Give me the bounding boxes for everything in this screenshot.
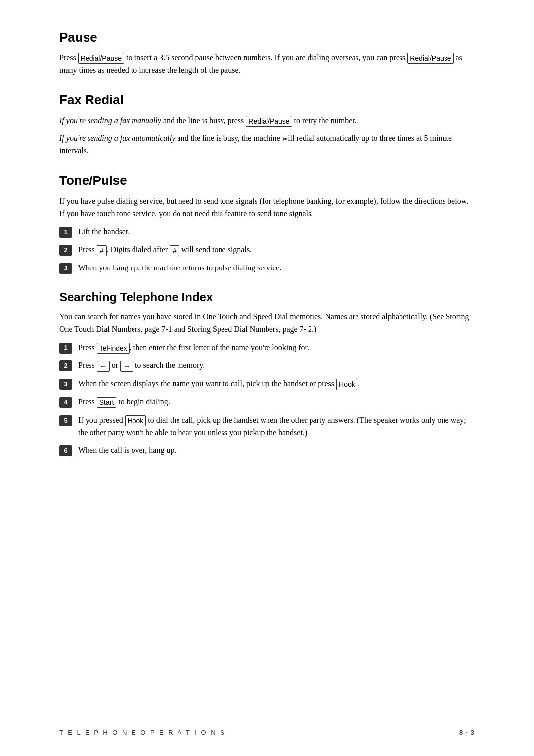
hook-key-1: Hook: [336, 379, 357, 390]
list-item-s1-text: Press Tel-index, then enter the first le…: [78, 342, 475, 354]
searching-paragraph: You can search for names you have stored…: [59, 311, 475, 336]
list-number-s2: 2: [59, 360, 72, 371]
left-arrow-key: ←: [97, 361, 110, 372]
list-number-1: 1: [59, 227, 72, 238]
list-item-3-text: When you hang up, the machine returns to…: [78, 262, 475, 274]
section-searching: Searching Telephone Index You can search…: [59, 290, 475, 457]
section-fax-redial: Fax Redial If you're sending a fax manua…: [59, 92, 475, 157]
list-item: 3 When you hang up, the machine returns …: [59, 262, 475, 274]
list-number-s6: 6: [59, 445, 72, 456]
hash-key-2: #: [170, 245, 179, 256]
list-item-2-text: Press #. Digits dialed after # will send…: [78, 244, 475, 256]
list-item: 2 Press #. Digits dialed after # will se…: [59, 244, 475, 256]
list-item-s2-text: Press ← or → to search the memory.: [78, 359, 475, 372]
section-tone-pulse: Tone/Pulse If you have pulse dialing ser…: [59, 173, 475, 274]
hook-key-2: Hook: [125, 415, 146, 426]
page-footer: T E L E P H O N E O P E R A T I O N S 8 …: [0, 729, 534, 736]
tel-index-key: Tel-index: [97, 343, 130, 354]
list-item: 1 Press Tel-index, then enter the first …: [59, 342, 475, 354]
list-item: 2 Press ← or → to search the memory.: [59, 359, 475, 372]
tone-pulse-paragraph: If you have pulse dialing service, but n…: [59, 195, 475, 220]
list-item-s5-text: If you pressed Hook to dial the call, pi…: [78, 414, 475, 439]
fax-redial-paragraph-1: If you're sending a fax manually and the…: [59, 115, 475, 127]
list-number-s3: 3: [59, 379, 72, 390]
redial-pause-key-1: Redial/Pause: [78, 53, 124, 64]
hash-key-1: #: [97, 245, 107, 256]
page: Pause Press Redial/Pause to insert a 3.5…: [0, 0, 534, 756]
list-number-3: 3: [59, 263, 72, 274]
list-item: 4 Press Start to begin dialing.: [59, 396, 475, 408]
section-title-pause: Pause: [59, 30, 475, 45]
list-item: 6 When the call is over, hang up.: [59, 445, 475, 457]
list-item: 5 If you pressed Hook to dial the call, …: [59, 414, 475, 439]
list-number-s4: 4: [59, 397, 72, 408]
list-item-s3-text: When the screen displays the name you wa…: [78, 378, 475, 390]
footer-page-number: 8 - 3: [459, 729, 475, 736]
footer-left-label: T E L E P H O N E O P E R A T I O N S: [59, 729, 226, 736]
fax-redial-paragraph-2: If you're sending a fax automatically an…: [59, 133, 475, 157]
list-item-s6-text: When the call is over, hang up.: [78, 445, 475, 457]
list-item-s4-text: Press Start to begin dialing.: [78, 396, 475, 408]
start-key: Start: [97, 397, 117, 408]
section-pause: Pause Press Redial/Pause to insert a 3.5…: [59, 30, 475, 77]
list-item-1-text: Lift the handset.: [78, 226, 475, 238]
list-item: 1 Lift the handset.: [59, 226, 475, 238]
list-number-2: 2: [59, 245, 72, 256]
section-title-tone-pulse: Tone/Pulse: [59, 173, 475, 188]
list-number-s1: 1: [59, 343, 72, 354]
right-arrow-key: →: [120, 361, 133, 372]
pause-paragraph: Press Redial/Pause to insert a 3.5 secon…: [59, 52, 475, 77]
fax-redial-italic-2: If you're sending a fax automatically: [59, 134, 175, 142]
list-item: 3 When the screen displays the name you …: [59, 378, 475, 390]
list-number-s5: 5: [59, 415, 72, 426]
tone-pulse-list: 1 Lift the handset. 2 Press #. Digits di…: [59, 226, 475, 274]
redial-pause-key-3: Redial/Pause: [246, 116, 292, 127]
section-title-fax-redial: Fax Redial: [59, 92, 475, 108]
searching-list: 1 Press Tel-index, then enter the first …: [59, 342, 475, 457]
redial-pause-key-2: Redial/Pause: [407, 53, 453, 64]
section-title-searching: Searching Telephone Index: [59, 290, 475, 304]
fax-redial-italic-1: If you're sending a fax manually: [59, 116, 161, 125]
